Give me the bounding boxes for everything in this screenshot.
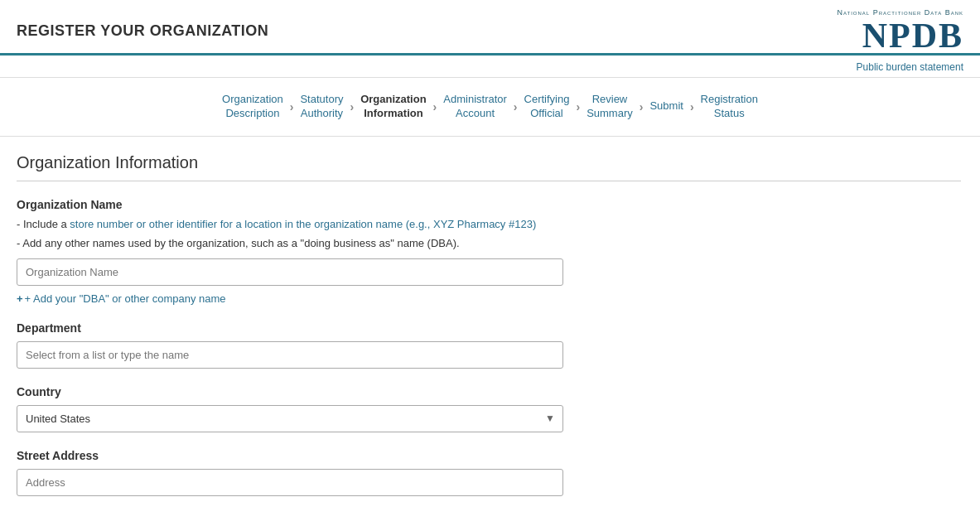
country-label: Country [17, 385, 961, 398]
step-org-description[interactable]: OrganizationDescription [222, 93, 283, 121]
step-organization-information[interactable]: OrganizationInformation [360, 93, 426, 121]
department-section: Department [17, 321, 961, 369]
step-label-review-summary: ReviewSummary [587, 93, 633, 121]
logo-area: National Practitioner Data Bank NPDB [837, 8, 963, 53]
country-select[interactable]: United States Afghanistan Albania Other [17, 405, 563, 432]
street-address-label: Street Address [17, 449, 961, 462]
main-content: Organization Information Organization Na… [0, 137, 978, 526]
add-dba-label: + Add your "DBA" or other company name [25, 292, 226, 305]
step-label-org-description: OrganizationDescription [222, 93, 283, 121]
page-title: REGISTER YOUR ORGANIZATION [17, 22, 268, 40]
add-dba-link[interactable]: ++ Add your "DBA" or other company name [17, 292, 226, 305]
department-input[interactable] [17, 341, 563, 369]
chevron-icon-5: › [576, 100, 580, 113]
org-name-input[interactable] [17, 258, 563, 286]
logo-small-text: National Practitioner Data Bank [837, 8, 963, 17]
logo-large-text: NPDB [862, 17, 963, 55]
org-name-hint1: - Include a store number or other identi… [17, 216, 961, 233]
step-label-certifying-official: CertifyingOfficial [524, 93, 570, 121]
step-label-administrator-account: AdministratorAccount [443, 93, 507, 121]
step-label-statutory-authority: StatutoryAuthority [300, 93, 343, 121]
plus-icon: + [17, 292, 23, 305]
country-section: Country United States Afghanistan Albani… [17, 385, 961, 432]
step-label-registration-status: RegistrationStatus [701, 93, 758, 121]
step-registration-status[interactable]: RegistrationStatus [701, 93, 758, 121]
chevron-icon-7: › [690, 100, 694, 113]
org-name-label: Organization Name [17, 198, 961, 211]
steps-bar: OrganizationDescription › StatutoryAutho… [0, 78, 980, 137]
chevron-icon-4: › [514, 100, 518, 113]
step-label-submit: Submit [649, 99, 683, 113]
public-burden-link[interactable]: Public burden statement [857, 61, 963, 73]
department-label: Department [17, 321, 961, 335]
street-address-input[interactable] [17, 469, 563, 496]
step-certifying-official[interactable]: CertifyingOfficial [524, 93, 570, 121]
chevron-icon-2: › [350, 100, 354, 113]
org-name-section: Organization Name - Include a store numb… [17, 198, 961, 305]
section-title: Organization Information [17, 153, 961, 172]
step-statutory-authority[interactable]: StatutoryAuthority [300, 93, 343, 121]
chevron-icon-1: › [290, 100, 294, 113]
page-header: REGISTER YOUR ORGANIZATION National Prac… [0, 0, 980, 55]
section-divider [17, 181, 961, 181]
step-review-summary[interactable]: ReviewSummary [587, 93, 633, 121]
org-name-hint1-link[interactable]: store number or other identifier for a l… [70, 218, 536, 230]
step-administrator-account[interactable]: AdministratorAccount [443, 93, 507, 121]
public-burden-bar: Public burden statement [0, 55, 980, 78]
chevron-icon-6: › [640, 100, 644, 113]
chevron-icon-3: › [433, 100, 437, 113]
street-address-section: Street Address [17, 449, 961, 496]
country-select-wrapper: United States Afghanistan Albania Other … [17, 405, 563, 432]
org-name-hint2: - Add any other names used by the organi… [17, 235, 961, 252]
step-label-organization-information: OrganizationInformation [360, 93, 426, 121]
step-submit[interactable]: Submit [649, 99, 683, 113]
